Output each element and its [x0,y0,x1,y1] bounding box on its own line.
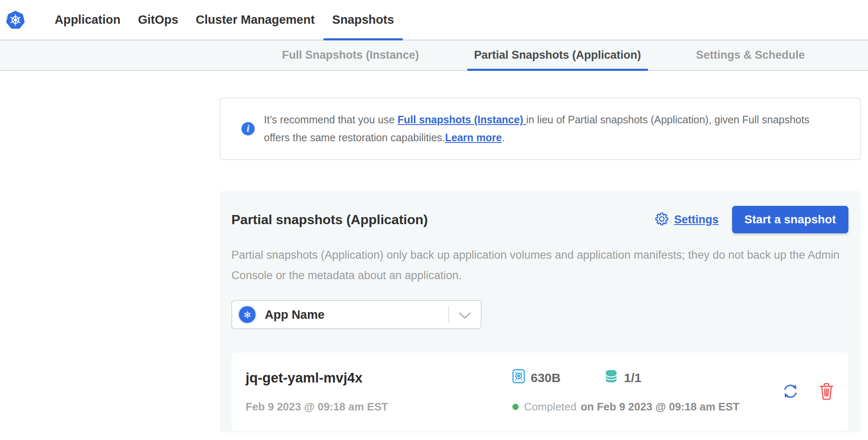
main-content: i It’s recommend that you use Full snaps… [0,71,868,432]
nav-item-gitops[interactable]: GitOps [129,0,187,40]
snapshot-actions [780,381,834,401]
settings-link[interactable]: Settings [654,211,719,228]
snapshot-status: Completed on Feb 9 2023 @ 09:18 am EST [512,400,780,413]
status-label: Completed [524,400,577,413]
snapshot-started-date: Feb 9 2023 @ 09:18 am EST [246,400,512,413]
status-finished-date: on Feb 9 2023 @ 09:18 am EST [581,400,740,413]
nav-item-cluster-management[interactable]: Cluster Management [187,0,324,40]
app-selector-value: App Name [265,308,324,322]
chevron-down-icon [459,312,471,321]
page-title: Partial snapshots (Application) [231,212,428,228]
snapshot-volumes-value: 1/1 [624,371,642,385]
restore-snapshot-button[interactable] [780,381,800,401]
delete-snapshot-button[interactable] [819,382,834,401]
tab-full-snapshots[interactable]: Full Snapshots (Instance) [275,40,426,70]
top-nav: Application GitOps Cluster Management Sn… [0,0,868,40]
tab-settings-schedule[interactable]: Settings & Schedule [690,40,812,70]
database-volumes-icon [604,369,618,386]
snapshot-size-value: 630B [531,371,561,385]
snapshot-row: jq-get-yaml-mvj4x [231,352,848,431]
kubernetes-logo-icon[interactable] [6,10,25,30]
partial-snapshots-panel: Partial snapshots (Application) Settings… [220,191,861,432]
start-snapshot-button[interactable]: Start a snapshot [732,206,848,233]
snapshot-name: jq-get-yaml-mvj4x [246,370,512,386]
info-banner: i It’s recommend that you use Full snaps… [220,98,861,160]
settings-label: Settings [674,213,719,226]
panel-description: Partial snapshots (Application) only bac… [231,245,848,286]
info-banner-text: It’s recommend that you use Full snapsho… [264,111,835,147]
nav-item-snapshots[interactable]: Snapshots [324,0,403,40]
snapshot-stats: 630B 1/1 [512,369,780,386]
banner-text-before: It’s recommend that you use [264,114,398,125]
status-dot-icon [512,404,519,410]
tab-partial-snapshots[interactable]: Partial Snapshots (Application) [467,40,648,70]
snapshot-size: 630B [512,369,561,386]
snapshots-tab-bar: Full Snapshots (Instance) Partial Snapsh… [0,40,868,71]
info-icon: i [241,122,255,135]
app-name-select[interactable]: App Name [231,300,482,329]
learn-more-link[interactable]: Learn more [445,132,502,143]
panel-header: Partial snapshots (Application) Settings… [231,206,848,233]
full-snapshots-link[interactable]: Full snapshots (Instance) [398,114,526,125]
nav-item-application[interactable]: Application [46,0,129,40]
gear-icon [654,211,670,228]
banner-period: . [502,132,505,143]
app-kubernetes-icon [239,306,256,323]
header-actions: Settings Start a snapshot [654,206,848,233]
snapshot-volumes: 1/1 [604,369,642,386]
disk-size-icon [512,369,525,386]
selector-divider [448,306,449,323]
